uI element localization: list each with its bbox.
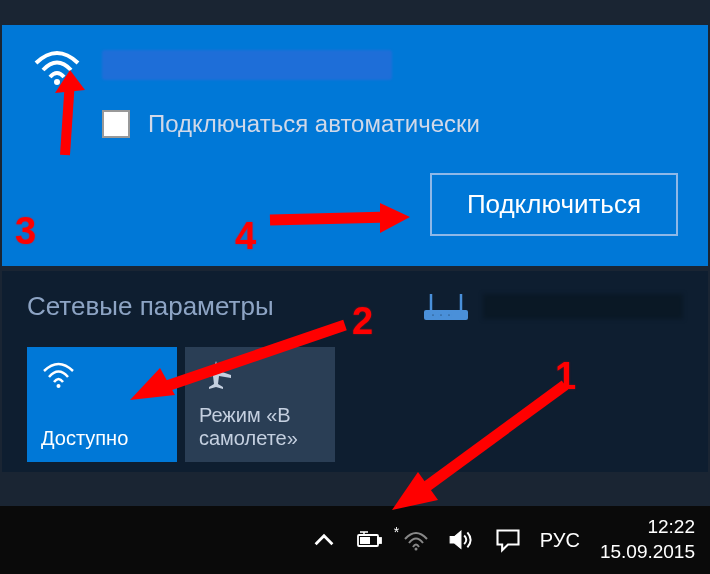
svg-point-5 bbox=[439, 313, 443, 317]
wifi-tile-label: Доступно bbox=[41, 427, 163, 450]
settings-header: Сетевые параметры bbox=[27, 291, 683, 322]
language-indicator[interactable]: РУС bbox=[540, 529, 580, 552]
svg-point-0 bbox=[54, 79, 60, 85]
router-info bbox=[421, 292, 683, 322]
router-name-obscured bbox=[483, 294, 683, 319]
airplane-icon bbox=[199, 359, 234, 389]
clock-time: 12:22 bbox=[600, 515, 695, 540]
auto-connect-checkbox[interactable] bbox=[102, 110, 130, 138]
airplane-mode-tile[interactable]: Режим «В самолете» bbox=[185, 347, 335, 462]
clock-date: 15.09.2015 bbox=[600, 540, 695, 565]
airplane-tile-label: Режим «В самолете» bbox=[199, 404, 321, 450]
taskbar-clock[interactable]: 12:22 15.09.2015 bbox=[600, 515, 695, 564]
volume-icon[interactable] bbox=[448, 526, 476, 554]
svg-point-6 bbox=[447, 313, 451, 317]
action-center-icon[interactable] bbox=[494, 526, 522, 554]
system-tray: * bbox=[310, 526, 522, 554]
wifi-icon bbox=[32, 45, 82, 85]
wifi-icon bbox=[41, 359, 76, 389]
network-header bbox=[32, 45, 678, 85]
quick-tiles: Доступно Режим «В самолете» bbox=[27, 347, 683, 462]
wifi-tile[interactable]: Доступно bbox=[27, 347, 177, 462]
router-icon bbox=[421, 292, 471, 322]
auto-connect-label: Подключаться автоматически bbox=[148, 110, 480, 138]
network-settings-panel: Сетевые параметры bbox=[2, 271, 708, 472]
network-flyout-panel: Подключаться автоматически Подключиться bbox=[2, 25, 708, 266]
svg-point-4 bbox=[431, 313, 435, 317]
settings-title: Сетевые параметры bbox=[27, 291, 274, 322]
network-ssid-obscured bbox=[102, 50, 392, 80]
auto-connect-row: Подключаться автоматически bbox=[102, 110, 678, 138]
taskbar: * РУС 12:22 15.09.2015 bbox=[0, 506, 710, 574]
connect-button[interactable]: Подключиться bbox=[430, 173, 678, 236]
network-tray-icon[interactable]: * bbox=[402, 526, 430, 554]
svg-point-11 bbox=[414, 548, 417, 551]
battery-icon[interactable] bbox=[356, 526, 384, 554]
svg-point-7 bbox=[57, 384, 61, 388]
svg-rect-9 bbox=[378, 538, 381, 543]
svg-rect-10 bbox=[360, 537, 370, 544]
show-hidden-icons[interactable] bbox=[310, 526, 338, 554]
